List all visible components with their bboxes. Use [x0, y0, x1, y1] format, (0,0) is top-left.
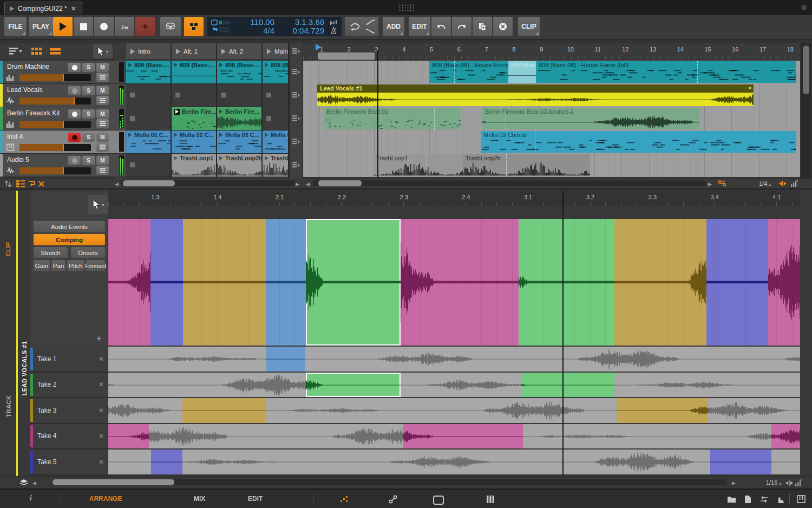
launcher-hscroll-right-icon[interactable]: ▶	[296, 181, 299, 187]
take-delete-icon[interactable]: ✕	[99, 381, 104, 388]
scene-launch-icon[interactable]	[292, 92, 300, 99]
dots-panel-icon[interactable]	[340, 496, 349, 503]
tempo-display[interactable]: 110.00	[233, 18, 274, 27]
clip-slot[interactable]: TrashLo...	[263, 154, 289, 177]
comp-region[interactable]	[519, 219, 614, 346]
clip-menu-button[interactable]: CLIP	[518, 17, 540, 36]
fade-in-icon[interactable]	[365, 19, 375, 25]
take-lane-3[interactable]	[108, 398, 800, 424]
take-lane-2[interactable]	[108, 373, 800, 399]
track-header-audio-5[interactable]: Audio 5SM	[0, 154, 126, 177]
layers-icon[interactable]	[19, 479, 28, 486]
clear-icon[interactable]	[38, 180, 45, 187]
take-label-4[interactable]: Take 4✕	[30, 424, 108, 450]
undo-button[interactable]	[431, 17, 451, 36]
take-highlight[interactable]	[617, 398, 708, 423]
editor-grid-value[interactable]: 1/16 ▴	[766, 479, 782, 486]
clip-slot[interactable]: Mella 01 C...	[126, 131, 172, 154]
file-icon[interactable]	[744, 495, 751, 504]
take-delete-icon[interactable]: ✕	[99, 458, 104, 466]
io-arrows-icon[interactable]	[759, 496, 769, 503]
solo-button[interactable]: S	[82, 109, 95, 119]
arranger-view-icon[interactable]	[50, 48, 61, 55]
zoom-fit-icon[interactable]	[778, 180, 787, 187]
mapping-hand-icon[interactable]	[776, 495, 784, 504]
solo-button[interactable]: S	[82, 133, 95, 142]
tab-edit[interactable]: EDIT	[248, 495, 263, 503]
comp-region[interactable]	[401, 219, 519, 346]
take-label-5[interactable]: Take 5✕	[30, 450, 108, 476]
solo-button[interactable]: S	[82, 63, 95, 72]
zoom-fit-icon[interactable]	[785, 480, 793, 486]
clip-slot[interactable]: 808 (Bass-...	[126, 61, 172, 84]
track-header-inst-4[interactable]: Inst 4SM	[0, 131, 126, 154]
arranger-clip[interactable]: Berlin Firework Beat 02-bounce-1	[482, 108, 699, 129]
clip-loop-handle-icon[interactable]: ‒◄	[744, 85, 752, 90]
record-arm-button[interactable]	[68, 63, 81, 72]
comp-region[interactable]	[706, 219, 768, 346]
scene-header-main[interactable]: Main	[263, 43, 289, 59]
arranger-hscroll-right-icon[interactable]: ▶	[708, 181, 712, 187]
overdub-button[interactable]: ♪w	[115, 17, 134, 36]
formant-button[interactable]: Formant	[86, 260, 105, 271]
piano-icon[interactable]	[797, 495, 806, 503]
empty-clip-slot[interactable]	[172, 84, 217, 107]
editor-tool-selector[interactable]: ▾	[88, 195, 108, 214]
launcher-overdub-button[interactable]	[160, 17, 181, 36]
comp-region[interactable]	[614, 219, 706, 346]
take-highlight[interactable]	[266, 347, 305, 372]
comp-region[interactable]	[266, 219, 306, 346]
arranger-hscroll-thumb[interactable]	[318, 180, 362, 186]
gain-button[interactable]: Gain	[34, 260, 50, 271]
preroll-metronome-icons[interactable]	[329, 19, 338, 34]
comp-region[interactable]	[183, 219, 266, 346]
timesig-display[interactable]: 4/4	[233, 27, 274, 35]
volume-fader[interactable]	[19, 74, 91, 81]
take-highlight[interactable]	[151, 450, 182, 474]
comp-region[interactable]	[768, 219, 800, 346]
display-profile-button[interactable]	[184, 17, 204, 36]
take-highlight[interactable]	[108, 424, 149, 449]
take-label-2[interactable]: Take 2✕	[30, 373, 108, 399]
take-delete-icon[interactable]: ✕	[99, 407, 104, 414]
arranger-vscroll-thumb[interactable]	[803, 45, 809, 94]
window-drag-handle-icon[interactable]	[398, 4, 415, 11]
mute-button[interactable]: M	[96, 133, 109, 142]
track-header-drum-machine[interactable]: Drum MachineSM	[0, 61, 126, 84]
record-arm-button[interactable]	[68, 156, 81, 165]
scene-launch-icon[interactable]	[292, 139, 300, 145]
launcher-view-icon[interactable]	[31, 48, 42, 55]
scene-header-alt-1[interactable]: Alt. 1	[172, 43, 217, 59]
scene-launch-icon[interactable]	[292, 48, 300, 55]
take-highlight[interactable]	[403, 424, 523, 449]
redo-button[interactable]	[452, 17, 472, 36]
loop-icon[interactable]	[349, 22, 361, 31]
arranger-clip[interactable]: 808 (Bas	[508, 61, 536, 83]
clip-slot[interactable]: Mella 02 C...	[172, 131, 217, 154]
track-menu-button[interactable]	[96, 96, 109, 105]
editor-hscroll-thumb[interactable]	[53, 479, 174, 485]
take-highlight[interactable]	[521, 373, 614, 398]
arranger-tool-selector[interactable]: ▾	[93, 44, 113, 58]
play-button[interactable]	[53, 17, 73, 36]
audio-events-button[interactable]: Audio Events	[34, 221, 105, 232]
delete-button[interactable]	[493, 17, 513, 36]
track-menu-button[interactable]	[96, 142, 109, 152]
comp-region-selected[interactable]	[306, 219, 401, 346]
mute-button[interactable]: M	[96, 109, 109, 119]
project-close-icon[interactable]: ✕	[71, 5, 76, 12]
add-button[interactable]: ADD	[383, 17, 404, 36]
zoom-bars-icon[interactable]	[790, 180, 798, 187]
empty-clip-slot[interactable]	[263, 107, 289, 131]
take-label-3[interactable]: Take 3✕	[30, 398, 108, 424]
volume-fader[interactable]	[19, 167, 91, 174]
clip-slot[interactable]: Berlin Fire...	[172, 107, 217, 131]
pitch-button[interactable]: Pitch	[67, 260, 84, 271]
loop-region[interactable]	[318, 53, 375, 60]
position-display[interactable]: 3.1.3.68	[278, 18, 324, 27]
arranger-clip[interactable]: Mella 03 Chords	[481, 131, 796, 153]
editor-hscroll-right-icon[interactable]: ▶	[732, 480, 736, 486]
link-icon[interactable]	[389, 495, 397, 504]
empty-clip-slot[interactable]	[126, 154, 172, 177]
take-delete-icon[interactable]: ✕	[99, 432, 104, 440]
